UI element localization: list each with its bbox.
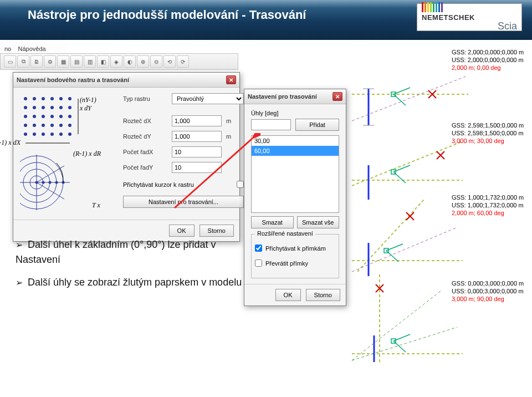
svg-point-23 (68, 124, 71, 127)
measure-readout: 2,000 m; 0,00 deg (452, 64, 524, 72)
dx-label: Rozteč dX (123, 118, 167, 124)
menu-item-help[interactable]: Nápověda (18, 45, 45, 52)
ny-label1: (nY-1) (80, 96, 96, 104)
svg-point-25 (33, 133, 36, 136)
svg-point-42 (35, 181, 38, 184)
toolbar-btn[interactable]: ◧ (97, 55, 109, 68)
toolbar-btn[interactable]: ⧉ (17, 55, 29, 68)
toolbar-btn[interactable]: ◐ (124, 55, 136, 68)
svg-point-24 (24, 133, 27, 136)
gss-readout: GSS: 2,598;1,500;0,000 m (452, 122, 524, 130)
grid-fields-panel: Typ rastru Pravoúhlý Rozteč dX m Rozteč … (123, 93, 244, 214)
angle-input[interactable] (251, 119, 291, 130)
type-label: Typ rastru (123, 95, 167, 102)
toolbar-btn[interactable]: ⚙ (44, 55, 56, 68)
svg-point-8 (42, 106, 45, 109)
unit-m: m (226, 118, 231, 124)
svg-point-22 (59, 124, 63, 127)
uss-readout: USS: 2,000;0,000;0,000 m (452, 57, 524, 64)
slide-header: Nástroje pro jednodušší modelování - Tra… (0, 0, 532, 40)
svg-point-17 (68, 115, 71, 118)
svg-point-0 (24, 97, 27, 100)
svg-point-26 (42, 133, 45, 136)
flip-lines-checkbox[interactable] (255, 259, 262, 267)
svg-point-19 (33, 124, 36, 127)
toolbar-btn[interactable]: ◈ (110, 55, 122, 68)
close-icon[interactable]: ✕ (332, 92, 342, 101)
svg-point-29 (68, 133, 71, 136)
dx-input[interactable] (172, 115, 222, 126)
svg-point-5 (68, 97, 71, 100)
slide-bullets: ➢ Další úhel k základním (0°,90°) lze př… (16, 237, 243, 290)
cancel-button[interactable]: Storno (200, 225, 234, 237)
svg-point-6 (24, 106, 27, 109)
grid-diagram-panel: (nY-1) x dY (nX-1) x dX (R-1) x dR T x (20, 93, 114, 214)
svg-point-1 (33, 97, 36, 100)
toolbar-btn[interactable]: ⟲ (163, 55, 176, 68)
logo-sub: Scia (422, 21, 517, 32)
gss-readout: GSS: 2,000;0,000;0,000 m (452, 49, 524, 57)
ok-button[interactable]: OK (275, 289, 301, 301)
ny-label: Počet řadY (123, 164, 167, 171)
angles-list[interactable]: 30,00 60,00 (251, 135, 339, 213)
r-label: (R-1) x dR (73, 150, 101, 158)
toolbar-btn[interactable]: ▥ (84, 55, 96, 68)
gss-readout: GSS: 1,000;1,732;0,000 m (452, 194, 524, 202)
bullet-text: Další úhel k základním (0°,90°) lze přid… (16, 239, 216, 265)
toolbar-btn[interactable]: ▭ (4, 55, 16, 68)
trace-settings-dialog: Nastavení pro trasování ✕ Úhly [deg] Při… (244, 89, 346, 306)
measure-readout: 3,000 m; 30,00 deg (452, 138, 524, 145)
svg-point-45 (55, 181, 58, 184)
ok-button[interactable]: OK (169, 225, 195, 237)
snap-lines-checkbox[interactable] (255, 245, 262, 252)
tracking-example-30deg: GSS: 2,598;1,500;0,000 m USS: 2,598;1,50… (352, 122, 529, 205)
snap-lines-label: Přichytávat k přímkám (265, 245, 326, 252)
grid-type-select[interactable]: Pravoúhlý (172, 93, 244, 104)
bullet-text: Další úhly se zobrazí žlutým paprskem v … (28, 277, 242, 288)
toolbar-btn[interactable]: ▦ (57, 55, 69, 68)
delete-button[interactable]: Smazat (251, 216, 294, 228)
svg-point-9 (50, 106, 54, 109)
toolbar: ▭ ⧉ 🗎 ⚙ ▦ ▤ ▥ ◧ ◈ ◐ ⊕ ⊖ ⟲ ⟳ (0, 53, 238, 70)
add-button[interactable]: Přidat (295, 119, 339, 131)
list-item[interactable]: 60,00 (252, 146, 339, 156)
tracking-example-60deg: GSS: 1,000;1,732;0,000 m USS: 1,000;1,73… (352, 194, 529, 277)
angles-label: Úhly [deg] (251, 110, 339, 116)
svg-point-28 (59, 133, 63, 136)
svg-point-18 (24, 124, 27, 127)
toolbar-btn[interactable]: ▤ (70, 55, 83, 68)
nx-label: Počet řadX (123, 149, 167, 155)
trace-settings-button[interactable]: Nastavení pro trasování... (123, 196, 244, 208)
uss-readout: USS: 1,000;1,732;0,000 m (452, 202, 524, 210)
delete-all-button[interactable]: Smazat vše (297, 216, 340, 228)
logo-bars (422, 2, 517, 12)
list-item[interactable]: 30,00 (252, 136, 339, 146)
nemetschek-logo: NEMETSCHEK Scia (417, 3, 522, 31)
measure-readout: 2,000 m; 60,00 deg (452, 210, 524, 217)
toolbar-btn[interactable]: ⟳ (177, 55, 189, 68)
toolbar-btn[interactable]: 🗎 (30, 55, 43, 68)
svg-point-14 (42, 115, 45, 118)
ny-input[interactable] (172, 162, 222, 173)
tracking-example-90deg: GSS: 0,000;3,000;0,000 m USS: 0,000;3,00… (352, 274, 529, 358)
cancel-button[interactable]: Storno (306, 289, 340, 301)
svg-point-7 (33, 106, 36, 109)
toolbar-btn[interactable]: ⊕ (137, 55, 149, 68)
svg-point-16 (59, 115, 63, 118)
svg-point-15 (50, 115, 54, 118)
nx-input[interactable] (172, 146, 222, 157)
svg-point-44 (49, 181, 52, 184)
ny-label2: x dY (80, 104, 91, 113)
snap-cursor-checkbox[interactable] (237, 181, 244, 188)
menu-item-no[interactable]: no (4, 45, 11, 52)
close-icon[interactable]: ✕ (226, 75, 236, 84)
tracking-example-0deg: GSS: 2,000;0,000;0,000 m USS: 2,000;0,00… (352, 49, 529, 132)
dy-input[interactable] (172, 131, 222, 142)
toolbar-btn[interactable]: ⊖ (150, 55, 162, 68)
svg-line-71 (352, 291, 441, 360)
svg-point-10 (59, 106, 63, 109)
svg-point-43 (42, 181, 45, 184)
dialog-titlebar: Nastavení bodového rastru a trasování ✕ (13, 73, 239, 88)
snap-cursor-label: Přichytávat kurzor k rastru (123, 181, 194, 188)
grid-settings-dialog: Nastavení bodového rastru a trasování ✕ … (13, 72, 240, 242)
